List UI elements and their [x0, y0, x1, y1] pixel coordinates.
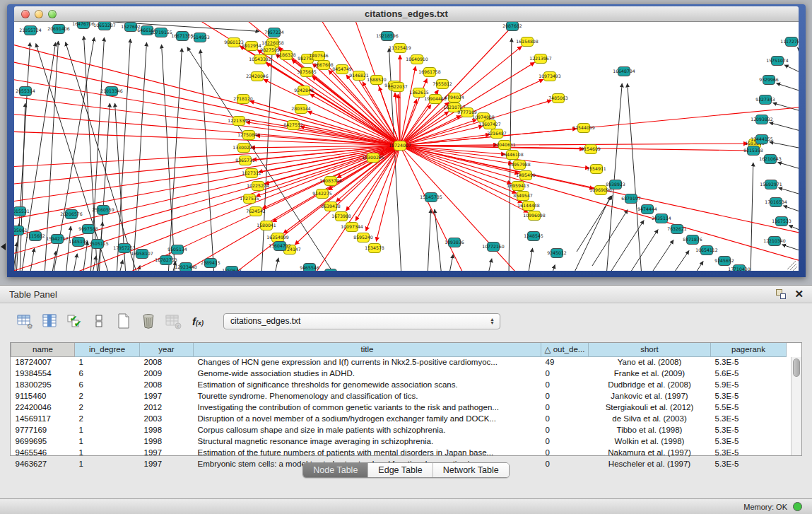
panel-collapse-arrow-icon[interactable]	[1, 243, 6, 250]
table-cell[interactable]: 2009	[140, 368, 194, 379]
graph-node[interactable]: 9242848	[294, 86, 314, 95]
close-panel-icon[interactable]: ✕	[794, 289, 804, 299]
table-cell[interactable]: 22420046	[11, 402, 75, 413]
table-cell[interactable]: 0	[541, 413, 589, 424]
graph-node[interactable]: 22040631	[493, 141, 516, 150]
network-graph[interactable]: 1872400798601238912954182260589827509818…	[14, 22, 799, 271]
graph-node[interactable]: 2935114	[652, 214, 671, 223]
table-cell[interactable]: 2003	[140, 413, 194, 424]
table-cell[interactable]: Structural magnetic resonance image aver…	[194, 436, 541, 447]
graph-node[interactable]: 2015531	[14, 207, 30, 216]
table-cell[interactable]: 14569117	[11, 413, 75, 424]
column-header-short[interactable]: short	[589, 343, 711, 356]
table-cell[interactable]: de Silva et al. (2003)	[589, 413, 711, 424]
graph-node[interactable]: 7955812	[433, 80, 452, 89]
graph-node[interactable]: 11607427	[478, 120, 501, 129]
graph-node[interactable]: 11544099	[572, 124, 595, 133]
function-builder-button[interactable]: f(x)	[189, 312, 207, 330]
graph-node[interactable]: 12923448	[175, 263, 197, 271]
graph-node[interactable]: 20691406	[47, 25, 70, 34]
table-cell[interactable]: Genome-wide association studies in ADHD.	[194, 368, 541, 379]
graph-node[interactable]: 16648784	[613, 67, 635, 76]
table-cell[interactable]: 6	[75, 379, 140, 390]
column-header-pagerank[interactable]: pagerank	[711, 343, 787, 356]
graph-node[interactable]: 9463627	[321, 269, 341, 271]
graph-node[interactable]: 9465546	[300, 264, 319, 271]
graph-node[interactable]: 22420046	[246, 72, 269, 81]
graph-node[interactable]: 16354999	[266, 233, 289, 243]
table-cell[interactable]: 1997	[140, 447, 194, 458]
table-cell[interactable]: 5.3E-5	[711, 447, 787, 458]
table-cell[interactable]: 0	[541, 390, 589, 402]
graph-node[interactable]: 11325419	[389, 44, 411, 53]
table-cell[interactable]: Wolkin et al. (1998)	[589, 436, 711, 447]
graph-node[interactable]: 18300295	[362, 153, 384, 163]
graph-node[interactable]: 19218596	[376, 32, 399, 41]
graph-node[interactable]: 1027312	[242, 169, 261, 178]
table-row[interactable]: 969969511998Structural magnetic resonanc…	[11, 436, 787, 447]
table-cell[interactable]: 0	[541, 436, 589, 447]
graph-node[interactable]: 7957224	[264, 28, 284, 37]
graph-node[interactable]: 9329966	[759, 76, 779, 85]
select-all-columns-button[interactable]: ✔✔	[65, 312, 83, 330]
table-cell[interactable]: 5.3E-5	[711, 424, 787, 436]
table-cell[interactable]: 0	[541, 402, 589, 413]
column-header-year[interactable]: year	[140, 343, 194, 356]
table-cell[interactable]: Investigating the contribution of common…	[194, 402, 541, 413]
table-row[interactable]: 946554611997Estimation of the future num…	[11, 447, 787, 458]
graph-node[interactable]: 10772160	[482, 243, 505, 252]
table-cell[interactable]: 18724007	[11, 356, 75, 368]
graph-node[interactable]: 1115682	[25, 232, 45, 241]
table-cell[interactable]: Estimation of significance thresholds fo…	[194, 379, 541, 390]
graph-node[interactable]: 17710430	[728, 265, 751, 271]
table-chooser-dropdown[interactable]: citations_edges.txt▲▼	[223, 313, 500, 329]
table-cell[interactable]: 0	[541, 379, 589, 390]
table-cell[interactable]: 2	[75, 413, 140, 424]
graph-node[interactable]: 7485063	[548, 94, 568, 103]
table-cell[interactable]: Tibbo et al. (1998)	[589, 424, 711, 436]
table-row[interactable]: 1872400712008Changes of HCN gene express…	[11, 356, 787, 368]
table-cell[interactable]: Dudbridge et al. (2008)	[589, 379, 711, 390]
graph-node[interactable]: 9245012	[547, 249, 567, 258]
table-cell[interactable]: 6	[75, 368, 140, 379]
graph-node[interactable]: 9474444	[637, 205, 657, 214]
table-cell[interactable]: 1997	[140, 390, 194, 402]
graph-node[interactable]: 8365731	[235, 156, 255, 165]
table-cell[interactable]: Yano et al. (2008)	[589, 356, 711, 368]
graph-node[interactable]: 7632621	[667, 225, 687, 234]
graph-node[interactable]: 20206576	[60, 210, 83, 219]
table-cell[interactable]: Changes of HCN gene expression and I(f) …	[194, 356, 541, 368]
show-columns-button[interactable]	[40, 312, 59, 330]
graph-node[interactable]: 7624542	[246, 207, 266, 216]
column-header-name[interactable]: name	[11, 343, 75, 356]
table-cell[interactable]: 19384554	[11, 368, 75, 379]
table-row[interactable]: 911546021997Tourette syndrome. Phenomeno…	[11, 390, 787, 402]
graph-node[interactable]: 15145785	[420, 193, 442, 202]
table-cell[interactable]: 5.5E-5	[711, 402, 787, 413]
table-cell[interactable]: 2008	[140, 379, 194, 390]
table-cell[interactable]: 9777169	[11, 424, 75, 436]
graph-node[interactable]: 21013346	[100, 87, 123, 96]
graph-node[interactable]: 16959413	[507, 182, 529, 191]
graph-node[interactable]: 14957988	[508, 160, 531, 170]
graph-node[interactable]: 9146821	[349, 71, 369, 81]
table-row[interactable]: 1938455462009Genome-wide association stu…	[11, 368, 787, 379]
graph-node[interactable]: 8595240	[353, 233, 373, 243]
table-cell[interactable]: Tourette syndrome. Phenomenology and cla…	[194, 390, 541, 402]
network-view-window[interactable]: citations_edges.txt 18724007986012389129…	[7, 4, 806, 277]
graph-node[interactable]: 10969098	[589, 186, 612, 195]
graph-node[interactable]: 16961758	[418, 68, 441, 77]
graph-node[interactable]: 9245652	[714, 257, 734, 266]
table-cell[interactable]: 1	[75, 356, 140, 368]
graph-node[interactable]: 7514953	[190, 33, 210, 42]
tab-node-table[interactable]: Node Table	[303, 463, 368, 477]
table-cell[interactable]: 49	[541, 356, 589, 368]
column-header-out_de[interactable]: △ out_de...	[541, 343, 589, 356]
graph-node[interactable]: 10083744	[319, 177, 342, 186]
table-row[interactable]: 1456911722003Disruption of a novel membe…	[11, 413, 787, 424]
table-cell[interactable]: 9699695	[11, 436, 75, 447]
table-cell[interactable]: Jankovic et al. (1997)	[589, 390, 711, 402]
graph-node[interactable]: 12750844	[237, 131, 260, 140]
table-cell[interactable]: 2	[75, 390, 140, 402]
table-cell[interactable]: 9465546	[11, 447, 75, 458]
